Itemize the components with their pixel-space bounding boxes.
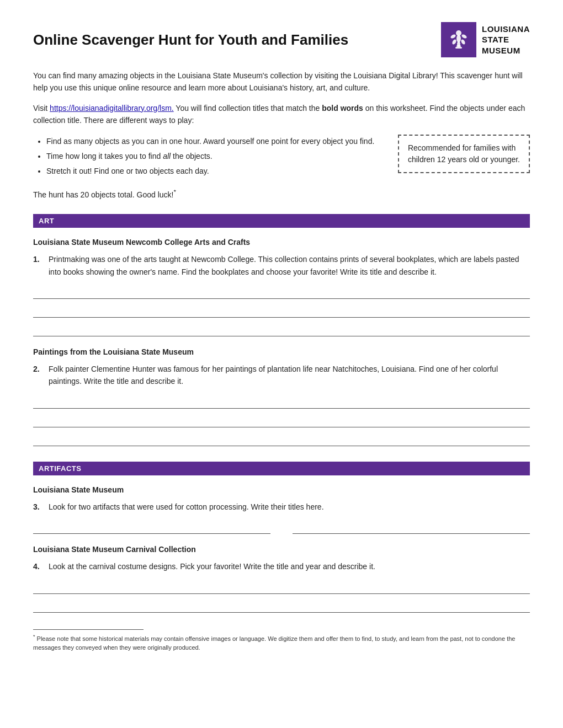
page-header: Online Scavenger Hunt for Youth and Fami… <box>33 22 530 57</box>
section-art: ART Louisiana State Museum Newcomb Colle… <box>33 214 530 446</box>
col-line-left <box>33 521 270 534</box>
footnote-asterisk: * <box>33 634 35 639</box>
item-4-answer-lines <box>33 581 530 613</box>
intro-paragraph-1: You can find many amazing objects in the… <box>33 69 530 94</box>
subsection-lsm: Louisiana State Museum 3. Look for two a… <box>33 485 530 534</box>
subsection-lsm-title: Louisiana State Museum <box>33 485 530 494</box>
bullets-list: Find as many objects as you can in one h… <box>46 135 381 179</box>
answer-line <box>33 599 530 613</box>
logo-svg <box>445 26 472 53</box>
logo-block: LOUISIANASTATEMUSEUM <box>441 22 530 57</box>
bullet-item-2: Time how long it takes you to find all t… <box>46 149 381 163</box>
item-1-answer-lines <box>33 286 530 336</box>
recommendation-line1: Recommended for families with <box>408 143 516 152</box>
answer-line <box>33 433 530 446</box>
answer-line <box>33 395 530 409</box>
subsection-carnival: Louisiana State Museum Carnival Collecti… <box>33 545 530 612</box>
museum-logo-icon <box>441 22 476 57</box>
item-3-two-col-lines <box>33 521 530 534</box>
item-4-num: 4. <box>33 560 43 572</box>
lsm-link[interactable]: https://louisianadigitallibrary.org/lsm. <box>50 104 174 113</box>
item-2-answer-lines <box>33 395 530 446</box>
bold-words: bold words <box>322 104 363 113</box>
item-4-text: Look at the carnival costume designs. Pi… <box>49 560 530 572</box>
item-4: 4. Look at the carnival costume designs.… <box>33 560 530 572</box>
subsection-newcomb-title: Louisiana State Museum Newcomb College A… <box>33 238 530 247</box>
item-2-num: 2. <box>33 363 43 388</box>
bullets-row: Find as many objects as you can in one h… <box>33 135 530 180</box>
subsection-paintings: Paintings from the Louisiana State Museu… <box>33 347 530 446</box>
item-3-num: 3. <box>33 501 43 513</box>
svg-point-2 <box>450 34 456 39</box>
recommendation-line2: children 12 years old or younger. <box>408 155 520 164</box>
answer-line <box>33 286 530 299</box>
bullets-list-container: Find as many objects as you can in one h… <box>33 135 381 180</box>
subsection-carnival-title: Louisiana State Museum Carnival Collecti… <box>33 545 530 554</box>
bullet-item-1: Find as many objects as you can in one h… <box>46 135 381 148</box>
visit-suffix: You will find collection titles that mat… <box>174 104 322 113</box>
section-header-art: ART <box>33 214 530 228</box>
svg-point-6 <box>460 39 466 45</box>
item-3: 3. Look for two artifacts that were used… <box>33 501 530 513</box>
footnote: * Please note that some historical mater… <box>33 633 530 652</box>
col-line-right <box>293 521 530 534</box>
answer-line <box>33 304 530 318</box>
svg-rect-7 <box>456 45 461 47</box>
item-1: 1. Printmaking was one of the arts taugh… <box>33 253 530 278</box>
bullet-item-3: Stretch it out! Find one or two objects … <box>46 164 381 178</box>
page-title: Online Scavenger Hunt for Youth and Fami… <box>33 31 441 49</box>
svg-point-5 <box>452 39 457 45</box>
visit-prefix: Visit <box>33 104 50 113</box>
answer-line <box>33 414 530 427</box>
svg-point-1 <box>456 35 461 42</box>
footnote-divider <box>33 629 144 630</box>
good-luck-text: The hunt has 20 objects total. Good luck… <box>33 187 530 201</box>
item-2-text: Folk painter Clementine Hunter was famou… <box>49 363 530 388</box>
section-artifacts: ARTIFACTS Louisiana State Museum 3. Look… <box>33 462 530 613</box>
subsection-paintings-title: Paintings from the Louisiana State Museu… <box>33 347 530 356</box>
subsection-newcomb: Louisiana State Museum Newcomb College A… <box>33 238 530 336</box>
footnote-text: Please note that some historical materia… <box>33 635 515 651</box>
answer-line <box>33 323 530 336</box>
item-3-text: Look for two artifacts that were used fo… <box>49 501 530 513</box>
svg-rect-8 <box>455 47 462 49</box>
visit-paragraph: Visit https://louisianadigitallibrary.or… <box>33 102 530 127</box>
section-header-artifacts: ARTIFACTS <box>33 462 530 475</box>
item-1-text: Printmaking was one of the arts taught a… <box>49 253 530 278</box>
item-1-num: 1. <box>33 253 43 278</box>
item-2: 2. Folk painter Clementine Hunter was fa… <box>33 363 530 388</box>
recommendation-box: Recommended for families with children 1… <box>398 135 530 173</box>
svg-point-3 <box>461 34 468 39</box>
logo-text: LOUISIANASTATEMUSEUM <box>482 24 530 56</box>
answer-line <box>33 581 530 594</box>
